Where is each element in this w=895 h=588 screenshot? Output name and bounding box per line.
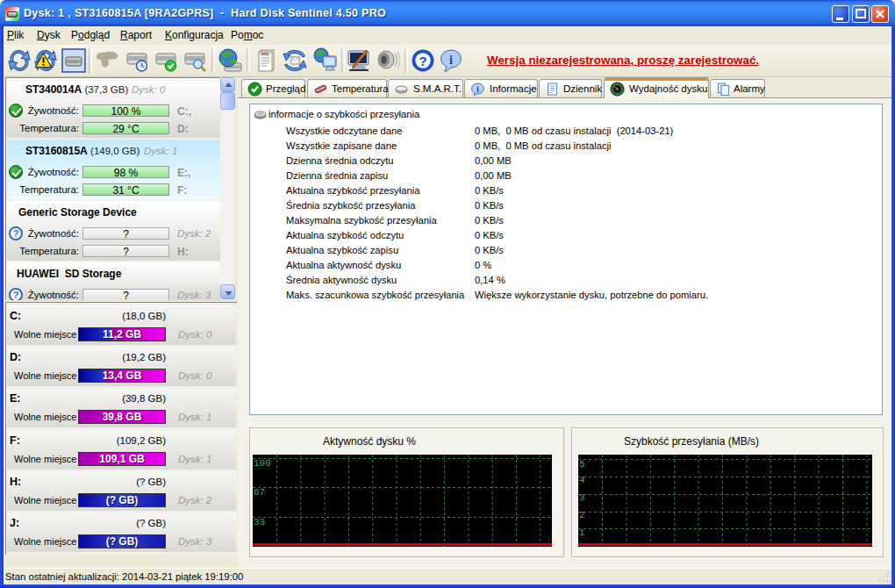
svg-text:?: ? [419, 54, 426, 68]
svg-text:i: i [476, 84, 479, 94]
svg-text:i: i [449, 54, 453, 67]
